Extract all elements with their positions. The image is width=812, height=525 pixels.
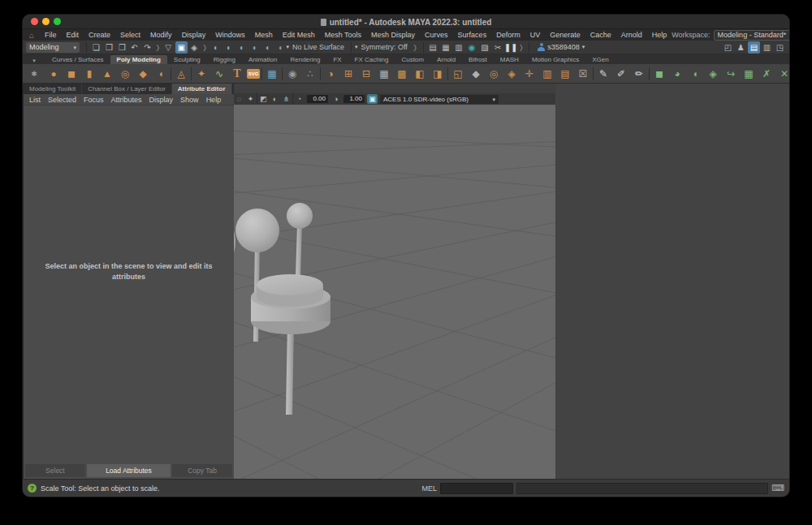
menu-display[interactable]: Display (177, 31, 211, 39)
ae-menu-list[interactable]: List (29, 96, 41, 104)
quad-draw-icon[interactable]: ✎ (595, 66, 611, 82)
tab-attribute-editor[interactable]: Attribute Editor (172, 84, 232, 94)
arnold-render-icon[interactable]: ◉ (466, 41, 478, 54)
smooth-icon[interactable]: ▦ (376, 66, 392, 82)
delete-edge-icon[interactable]: ☒ (575, 66, 591, 82)
attribute-editor-toggle[interactable]: ▤ (748, 41, 760, 54)
shelf-tab-fx[interactable]: FX (326, 55, 348, 64)
chevron-down-icon[interactable]: ▾ (355, 44, 358, 50)
render-sequence-icon[interactable]: ▥ (453, 41, 465, 54)
menu-create[interactable]: Create (84, 31, 115, 39)
select-component-icon[interactable]: ◈ (188, 41, 201, 54)
svg-tool-icon[interactable]: SVG (247, 69, 260, 79)
select-hierarchy-icon[interactable]: ▽ (162, 41, 175, 54)
poly-disc-icon[interactable]: ◖ (153, 66, 169, 82)
copy-tab-button[interactable]: Copy Tab (172, 464, 232, 477)
ae-menu-show[interactable]: Show (180, 96, 199, 104)
super-shape-icon[interactable]: ✦ (193, 66, 209, 82)
menu-mesh[interactable]: Mesh (250, 31, 278, 39)
sphere-medium[interactable] (235, 209, 279, 252)
construction-aim-icon[interactable]: ◉ (284, 66, 300, 82)
snap-to-projected-center-icon[interactable]: ◖ (248, 41, 260, 54)
new-scene-icon[interactable]: ❏ (90, 41, 102, 54)
menu-arnold[interactable]: Arnold (616, 31, 647, 39)
menu-help[interactable]: Help (647, 31, 672, 39)
redo-icon[interactable]: ↷ (141, 41, 153, 54)
ae-menu-attributes[interactable]: Attributes (111, 96, 142, 104)
shelf-tab-fx-caching[interactable]: FX Caching (348, 55, 395, 64)
light-editor-icon[interactable]: ✂ (492, 41, 504, 54)
tool-settings-toggle[interactable]: ▥ (761, 41, 773, 54)
combine-icon[interactable]: ⊞ (340, 66, 356, 82)
average-vertices-icon[interactable]: ✗ (758, 66, 775, 82)
render-settings-icon[interactable]: ▨ (479, 41, 491, 54)
view-transform-icon[interactable]: ▣ (367, 94, 378, 104)
project-curve-icon[interactable]: ◈ (503, 66, 520, 82)
pause-viewport-icon[interactable]: ❚❚ (505, 41, 517, 54)
poly-cube-icon[interactable]: ◼ (63, 66, 80, 82)
group-collapse-handle[interactable]: ❭ (519, 44, 525, 51)
poly-cylinder-icon[interactable]: ▮ (81, 66, 97, 82)
boolean-union-icon[interactable]: ◧ (412, 66, 428, 82)
account-menu[interactable]: s3589408 ▾ (538, 43, 585, 51)
xray-icon[interactable]: ◐ (270, 94, 280, 104)
ae-menu-selected[interactable]: Selected (48, 96, 76, 104)
channel-box-toggle[interactable]: ◳ (774, 41, 786, 54)
offset-edge-loop-icon[interactable]: ▤ (557, 66, 573, 82)
sweep-mesh-icon[interactable]: ∿ (211, 66, 227, 82)
crease-tool-icon[interactable]: ◼ (651, 66, 667, 82)
sphere-small[interactable] (287, 203, 313, 229)
shelf-tab-poly-modeling[interactable]: Poly Modeling (110, 55, 167, 64)
undo-icon[interactable]: ↶ (128, 41, 140, 54)
menu-generate[interactable]: Generate (545, 31, 585, 39)
menu-edit-mesh[interactable]: Edit Mesh (278, 31, 320, 39)
create-polygon-icon[interactable]: ✐ (613, 66, 629, 82)
ipr-render-icon[interactable]: ▦ (440, 41, 452, 54)
snap-to-curves-icon[interactable]: ◖ (222, 41, 234, 54)
separate-icon[interactable]: ⊟ (358, 66, 374, 82)
poly-text-icon[interactable]: T (229, 66, 245, 82)
conform-icon[interactable]: ◈ (705, 66, 721, 82)
target-weld-icon[interactable]: ✛ (521, 66, 538, 82)
title-bar[interactable]: untitled* - Autodesk MAYA 2022.3: untitl… (23, 15, 789, 29)
poly-sphere-icon[interactable]: ● (45, 66, 62, 82)
motion-blur-icon[interactable]: ✦ (245, 94, 256, 104)
joints-xray-icon[interactable]: ⋔ (281, 94, 292, 104)
exposure-icon[interactable]: ◔ (294, 94, 304, 104)
measure-distance-icon[interactable]: ∴ (302, 66, 318, 82)
shelf-tab-sculpting[interactable]: Sculpting (167, 55, 207, 64)
no-live-surface-label[interactable]: No Live Surface (292, 43, 344, 51)
symmetry-selector[interactable]: Symmetry: Off (361, 43, 407, 51)
shelf-tabs-menu-icon[interactable]: ▾ (23, 58, 45, 64)
platonic-solid-icon[interactable]: ◬ (173, 66, 189, 82)
colorspace-selector[interactable]: ACES 1.0 SDR-video (sRGB) ▾ (380, 95, 499, 104)
ae-menu-focus[interactable]: Focus (84, 96, 104, 104)
shelf-tab-rendering[interactable]: Rendering (283, 55, 326, 64)
open-scene-icon[interactable]: ❐ (103, 41, 115, 54)
group-collapse-handle[interactable]: ❭ (412, 44, 418, 51)
extrude-icon[interactable]: ◱ (450, 66, 466, 82)
cylinder-puck[interactable] (251, 274, 330, 334)
boolean-difference-icon[interactable]: ◨ (430, 66, 446, 82)
shelf-tab-mash[interactable]: MASH (494, 55, 525, 64)
snap-to-view-planes-icon[interactable]: ◖ (261, 41, 273, 54)
poly-plane-icon[interactable]: ◆ (135, 66, 151, 82)
command-feedback-field[interactable] (516, 483, 768, 494)
chevron-down-icon[interactable]: ▾ (286, 44, 289, 50)
make-object-live-icon[interactable]: ◖ (274, 41, 286, 54)
shelf-tab-curves-surfaces[interactable]: Curves / Surfaces (45, 55, 110, 64)
group-collapse-handle[interactable]: ❭ (202, 44, 208, 51)
group-collapse-handle[interactable]: ❭ (155, 44, 161, 51)
maya-home-icon[interactable]: ⌂ (29, 31, 34, 40)
delete-edge-loop-icon[interactable]: ✕ (776, 66, 789, 82)
spin-edge-icon[interactable]: ◖ (687, 66, 703, 82)
character-controls-toggle[interactable]: ♟ (735, 41, 747, 54)
bevel-icon[interactable]: ◆ (468, 66, 484, 82)
ao-icon[interactable]: ◌ (234, 94, 244, 104)
menu-uv[interactable]: UV (525, 31, 546, 39)
menu-edit[interactable]: Edit (62, 31, 84, 39)
uv-grid-icon[interactable]: ▦ (264, 66, 280, 82)
shelf-tab-rigging[interactable]: Rigging (207, 55, 242, 64)
mel-label[interactable]: MEL (422, 484, 438, 493)
subdivide-icon[interactable]: ▩ (394, 66, 410, 82)
